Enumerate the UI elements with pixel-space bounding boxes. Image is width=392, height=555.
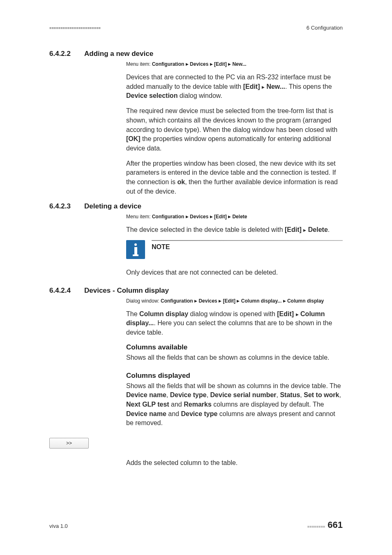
paragraph: The Column display dialog window is open… <box>126 310 343 338</box>
bold-text: Column display <box>139 310 188 317</box>
text: The device selected in the device table … <box>126 226 285 233</box>
chevron-right-icon: ▶ <box>186 215 189 219</box>
section-heading: 6.4.2.4 Devices - Column display <box>49 287 343 295</box>
section-heading: 6.4.2.2 Adding a new device <box>49 50 343 58</box>
text: Shows all the fields that will be shown … <box>126 382 341 389</box>
text: The required new device must be selected… <box>126 107 337 133</box>
chevron-right-icon: ▶ <box>210 215 213 219</box>
chevron-right-icon: ▶ <box>210 62 213 66</box>
section-title: Devices - Column display <box>84 287 169 295</box>
note-block: NOTE Only devices that are not connected… <box>126 240 343 277</box>
bold-text: Device name <box>126 410 166 417</box>
chevron-right-icon: ▶ <box>219 299 221 303</box>
bold-text: ok <box>178 178 185 185</box>
add-column-button[interactable]: >> <box>49 438 89 449</box>
menu-item: New... <box>232 61 246 67</box>
page: ■■■■■■■■■■■■■■■■■■■■■■■ 6 Configuration … <box>0 0 392 555</box>
note-text: Only devices that are not connected can … <box>126 268 343 277</box>
text: dialog window. <box>178 92 222 99</box>
menu-item: Devices <box>190 214 208 220</box>
text: , <box>339 391 341 398</box>
header-dots: ■■■■■■■■■■■■■■■■■■■■■■■ <box>49 26 101 30</box>
chevron-right-icon: ▶ <box>296 312 299 317</box>
chevron-right-icon: ▶ <box>237 299 240 303</box>
text: and <box>166 410 181 417</box>
chevron-right-icon: ▶ <box>228 215 231 219</box>
header-chapter: 6 Configuration <box>307 25 343 31</box>
section-title: Adding a new device <box>84 50 153 58</box>
menu-item: Configuration <box>161 298 193 304</box>
bold-text: Device type <box>181 410 217 417</box>
text: and <box>169 401 184 408</box>
text: , <box>300 391 304 398</box>
section-heading: 6.4.2.3 Deleting a device <box>49 202 343 210</box>
bold-text: Delete <box>308 226 328 233</box>
menu-prefix: Menu item: <box>126 214 152 220</box>
menu-item: [Edit] <box>214 214 227 220</box>
bold-text: Remarks <box>184 401 212 408</box>
menu-item: Column display... <box>241 298 281 304</box>
chevron-right-icon: ▶ <box>186 62 189 66</box>
chevron-right-icon: ▶ <box>228 62 231 66</box>
note-rule <box>152 240 343 241</box>
chevron-right-icon: ▶ <box>262 85 265 89</box>
bold-text: Device serial number <box>210 391 277 398</box>
chevron-right-icon: ▶ <box>194 299 197 303</box>
bold-text: [Edit] <box>243 83 260 90</box>
paragraph: After the properties window has been clo… <box>126 159 343 197</box>
button-illustration-row: >> <box>49 434 343 449</box>
bold-text: Next GLP test <box>126 401 169 408</box>
page-number: 661 <box>327 520 343 530</box>
bold-text: [OK] <box>126 135 141 142</box>
text: . Here you can select the columns that a… <box>126 319 332 336</box>
bold-text: Status <box>280 391 300 398</box>
menu-path: Dialog window: Configuration ▶ Devices ▶… <box>126 297 343 305</box>
text: , <box>166 391 170 398</box>
menu-prefix: Menu item: <box>126 61 152 67</box>
text: . <box>328 226 330 233</box>
menu-path: Menu item: Configuration ▶ Devices ▶ [Ed… <box>126 60 343 68</box>
paragraph: Shows all the fields that can be shown a… <box>126 353 343 363</box>
menu-item: [Edit] <box>214 61 227 67</box>
menu-item: Devices <box>190 61 208 67</box>
paragraph: The required new device must be selected… <box>126 106 343 153</box>
paragraph: Adds the selected column to the table. <box>126 458 343 468</box>
section-title: Deleting a device <box>84 202 141 210</box>
paragraph: Shows all the fields that will be shown … <box>126 382 343 428</box>
menu-item: Column display <box>287 298 324 304</box>
text: dialog window is opened with <box>188 310 277 317</box>
chevron-right-icon: ▶ <box>283 299 286 303</box>
text: , <box>207 391 210 398</box>
menu-item: Delete <box>232 214 247 220</box>
footer-product: viva 1.0 <box>49 523 68 529</box>
section-number: 6.4.2.4 <box>49 287 84 295</box>
menu-item: Devices <box>198 298 217 304</box>
bold-text: [Edit] <box>277 310 294 317</box>
paragraph: Devices that are connected to the PC via… <box>126 73 343 101</box>
bold-text: New... <box>266 83 285 90</box>
menu-item: Configuration <box>152 61 184 67</box>
section-number: 6.4.2.2 <box>49 50 84 58</box>
menu-path: Menu item: Configuration ▶ Devices ▶ [Ed… <box>126 213 343 220</box>
bold-text: Device name <box>126 391 166 398</box>
text: The <box>126 310 139 317</box>
bold-text: Device type <box>170 391 207 398</box>
section-number: 6.4.2.3 <box>49 202 84 210</box>
bold-text: Set to work <box>304 391 339 398</box>
info-icon <box>126 240 145 259</box>
chevron-right-icon: ▶ <box>303 228 306 232</box>
text: the properties window opens automaticall… <box>126 135 331 152</box>
menu-prefix: Dialog window: <box>126 298 161 304</box>
menu-item: [Edit] <box>223 298 235 304</box>
text: . This opens the <box>285 83 332 90</box>
bold-text: [Edit] <box>285 226 302 233</box>
paragraph: The device selected in the device table … <box>126 225 343 235</box>
subheading: Columns displayed <box>126 372 343 380</box>
footer-dots: ■■■■■■■■ <box>307 525 325 529</box>
page-header: ■■■■■■■■■■■■■■■■■■■■■■■ 6 Configuration <box>49 25 343 31</box>
text: columns are displayed by default. The <box>212 401 324 408</box>
subheading: Columns available <box>126 343 343 352</box>
menu-item: Configuration <box>152 214 184 220</box>
page-footer: viva 1.0 ■■■■■■■■ 661 <box>49 520 343 530</box>
bold-text: Device selection <box>126 92 178 99</box>
